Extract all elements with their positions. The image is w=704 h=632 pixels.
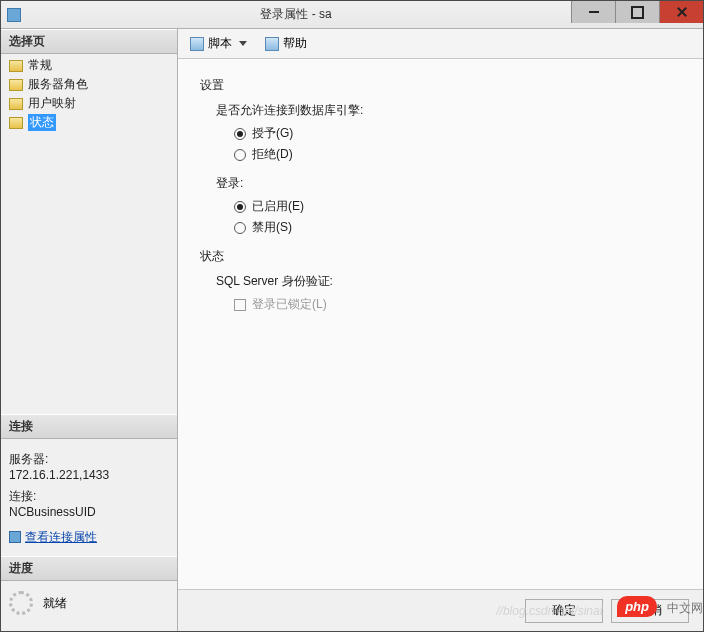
view-connection-properties-link[interactable]: 查看连接属性	[9, 529, 97, 546]
window-controls	[571, 1, 703, 28]
sidebar-item-label: 常规	[28, 57, 52, 74]
radio-unchecked-icon	[234, 149, 246, 161]
checkbox-unchecked-icon	[234, 299, 246, 311]
help-button[interactable]: 帮助	[259, 32, 313, 55]
progress-status: 就绪	[43, 595, 67, 612]
dialog-window: 登录属性 - sa 选择页 常规 服务器角色 用户映射	[0, 0, 704, 632]
grant-label: 授予(G)	[252, 125, 293, 142]
server-value: 172.16.1.221,1433	[9, 468, 169, 482]
link-text: 查看连接属性	[25, 529, 97, 546]
sql-auth-label: SQL Server 身份验证:	[216, 273, 703, 290]
page-icon	[9, 117, 23, 129]
help-icon	[265, 37, 279, 51]
sidebar: 选择页 常规 服务器角色 用户映射 状态	[1, 29, 178, 631]
deny-label: 拒绝(D)	[252, 146, 293, 163]
cancel-label: 取消	[638, 602, 662, 619]
chevron-down-icon	[239, 41, 247, 46]
sidebar-item-server-roles[interactable]: 服务器角色	[5, 75, 173, 94]
toolbar: 脚本 帮助	[178, 29, 703, 59]
cancel-button[interactable]: 取消	[611, 599, 689, 623]
conn-label: 连接:	[9, 488, 169, 505]
script-icon	[190, 37, 204, 51]
window-title: 登录属性 - sa	[21, 6, 571, 23]
sidebar-item-label: 状态	[28, 114, 56, 131]
progress-header: 进度	[1, 556, 177, 581]
radio-checked-icon	[234, 201, 246, 213]
page-icon	[9, 79, 23, 91]
nav-list: 常规 服务器角色 用户映射 状态	[1, 54, 177, 134]
close-button[interactable]	[659, 1, 703, 23]
content-body: 设置 是否允许连接到数据库引擎: 授予(G) 拒绝(D) 登录:	[178, 59, 703, 589]
sidebar-item-status[interactable]: 状态	[5, 113, 173, 132]
enabled-label: 已启用(E)	[252, 198, 304, 215]
sidebar-item-label: 用户映射	[28, 95, 76, 112]
ok-button[interactable]: 确定	[525, 599, 603, 623]
login-group: 已启用(E) 禁用(S)	[234, 198, 703, 236]
settings-title: 设置	[200, 77, 703, 94]
page-icon	[9, 98, 23, 110]
sidebar-item-user-mapping[interactable]: 用户映射	[5, 94, 173, 113]
server-label: 服务器:	[9, 451, 169, 468]
progress-block: 就绪	[1, 581, 177, 631]
script-label: 脚本	[208, 35, 232, 52]
body: 选择页 常规 服务器角色 用户映射 状态	[1, 29, 703, 631]
conn-value: NCBusinessUID	[9, 505, 169, 519]
disabled-label: 禁用(S)	[252, 219, 292, 236]
properties-icon	[9, 531, 21, 543]
login-group-label: 登录:	[216, 175, 703, 192]
ok-label: 确定	[552, 602, 576, 619]
footer: //blog.csdn.net/sinat 确定 取消 php 中文网	[178, 589, 703, 631]
disabled-radio[interactable]: 禁用(S)	[234, 219, 703, 236]
sidebar-item-general[interactable]: 常规	[5, 56, 173, 75]
enabled-radio[interactable]: 已启用(E)	[234, 198, 703, 215]
page-icon	[9, 60, 23, 72]
connect-permission-group: 授予(G) 拒绝(D)	[234, 125, 703, 163]
app-icon	[7, 8, 21, 22]
help-label: 帮助	[283, 35, 307, 52]
spacer	[1, 134, 177, 414]
select-page-header: 选择页	[1, 29, 177, 54]
maximize-button[interactable]	[615, 1, 659, 23]
status-title: 状态	[200, 248, 703, 265]
lockout-group: 登录已锁定(L)	[234, 296, 703, 313]
content: 脚本 帮助 设置 是否允许连接到数据库引擎: 授予(G)	[178, 29, 703, 631]
connection-header: 连接	[1, 414, 177, 439]
login-locked-checkbox: 登录已锁定(L)	[234, 296, 703, 313]
grant-radio[interactable]: 授予(G)	[234, 125, 703, 142]
login-locked-label: 登录已锁定(L)	[252, 296, 327, 313]
radio-checked-icon	[234, 128, 246, 140]
deny-radio[interactable]: 拒绝(D)	[234, 146, 703, 163]
connect-permission-label: 是否允许连接到数据库引擎:	[216, 102, 703, 119]
titlebar-left	[1, 8, 21, 22]
connection-block: 服务器: 172.16.1.221,1433 连接: NCBusinessUID…	[1, 439, 177, 557]
script-button[interactable]: 脚本	[184, 32, 253, 55]
progress-spinner-icon	[9, 591, 33, 615]
sidebar-item-label: 服务器角色	[28, 76, 88, 93]
minimize-button[interactable]	[571, 1, 615, 23]
radio-unchecked-icon	[234, 222, 246, 234]
titlebar: 登录属性 - sa	[1, 1, 703, 29]
